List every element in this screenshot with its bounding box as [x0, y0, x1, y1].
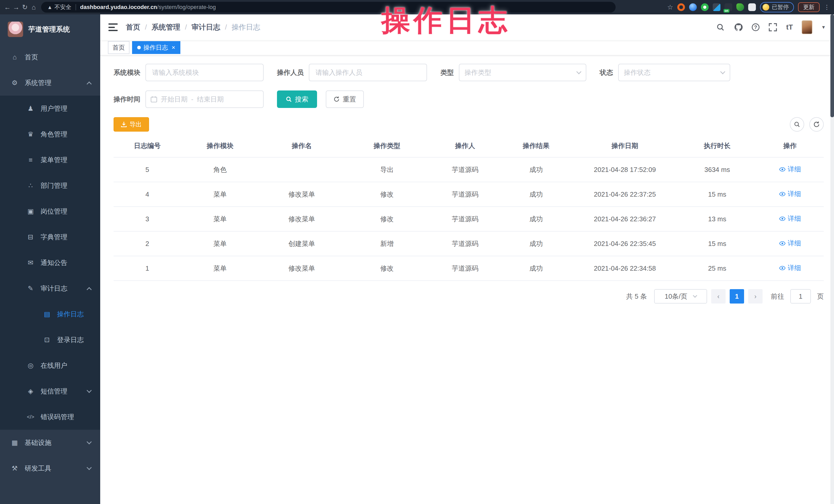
user-avatar[interactable]: [802, 20, 812, 34]
sidebar-item-sms[interactable]: ◈ 短信管理: [0, 378, 100, 404]
extension-icon-blue-pin[interactable]: [689, 3, 697, 11]
shield-icon: ◈: [27, 387, 35, 395]
sidebar-item-dev-tools[interactable]: ⚒ 研发工具: [0, 455, 100, 481]
detail-link[interactable]: 详细: [779, 165, 801, 174]
extension-icon-green-leaf[interactable]: [737, 3, 744, 11]
goto-page-input[interactable]: [790, 289, 811, 304]
refresh-icon: [333, 96, 340, 102]
type-select[interactable]: 操作类型: [459, 64, 586, 81]
megaphone-icon: ✉: [27, 259, 35, 267]
export-button[interactable]: 导出: [114, 117, 149, 132]
end-date-placeholder: 结束日期: [197, 95, 224, 104]
users-icon: ♛: [27, 130, 35, 138]
sidebar-item-dict-management[interactable]: ⊟ 字典管理: [0, 224, 100, 250]
breadcrumb-system[interactable]: 系统管理: [152, 22, 180, 32]
sidebar-item-operate-log[interactable]: ▤ 操作日志: [0, 301, 100, 327]
sidebar-item-user-management[interactable]: ♟ 用户管理: [0, 95, 100, 121]
refresh-icon: [813, 121, 820, 128]
update-button[interactable]: 更新: [798, 2, 819, 12]
browser-menu-icon[interactable]: ⋮: [824, 4, 830, 11]
system-submenu: ♟ 用户管理 ♛ 角色管理 ≡ 菜单管理 ∴ 部门管理 ▣ 岗位管理: [0, 95, 100, 430]
font-size-icon[interactable]: tT: [786, 23, 793, 31]
refresh-button[interactable]: [809, 117, 824, 132]
dictionary-icon: ⊟: [27, 233, 35, 241]
pagination-total: 共 5 条: [626, 292, 647, 301]
close-icon[interactable]: ×: [172, 44, 175, 51]
eye-icon: [779, 191, 786, 197]
url-path: /system/log/operate-log: [157, 4, 216, 10]
sidebar-item-system[interactable]: ⚙ 系统管理: [0, 70, 100, 95]
date-range-picker[interactable]: 开始日期 - 结束日期: [146, 90, 264, 108]
table-row: 3 菜单 修改菜单 修改 芋道源码 成功 2021-04-26 22:36:27…: [114, 206, 824, 231]
sidebar-item-infrastructure[interactable]: ▦ 基础设施: [0, 430, 100, 455]
next-page-button[interactable]: ›: [748, 289, 763, 304]
sidebar-item-home[interactable]: ⌂ 首页: [0, 44, 100, 70]
chevron-down-icon: [87, 439, 92, 444]
sidebar: 芋道管理系统 ⌂ 首页 ⚙ 系统管理 ♟ 用户管理 ♛ 角色管理: [0, 15, 100, 504]
profile-paused-badge[interactable]: 已暂停: [760, 2, 794, 12]
sidebar-item-notice[interactable]: ✉ 通知公告: [0, 250, 100, 276]
sidebar-item-login-log[interactable]: ⊡ 登录日志: [0, 327, 100, 353]
type-label: 类型: [440, 68, 454, 77]
detail-link[interactable]: 详细: [779, 214, 801, 223]
paused-label: 已暂停: [772, 3, 789, 11]
browser-forward-icon[interactable]: →: [12, 3, 21, 11]
sidebar-item-role-management[interactable]: ♛ 角色管理: [0, 121, 100, 147]
module-input[interactable]: [146, 64, 264, 81]
hamburger-icon[interactable]: [108, 23, 118, 31]
browser-back-icon[interactable]: ←: [3, 3, 12, 11]
monitor-icon: ▦: [11, 439, 19, 447]
detail-link[interactable]: 详细: [779, 263, 801, 272]
browser-home-icon[interactable]: ⌂: [29, 3, 38, 11]
operator-input[interactable]: [309, 64, 427, 81]
operator-label: 操作人员: [277, 68, 304, 77]
sidebar-item-error-code[interactable]: </> 错误码管理: [0, 404, 100, 430]
sidebar-item-online-users[interactable]: ◎ 在线用户: [0, 353, 100, 378]
sidebar-item-post-management[interactable]: ▣ 岗位管理: [0, 198, 100, 224]
page-size-select[interactable]: 10条/页: [654, 289, 707, 304]
browser-reload-icon[interactable]: ↻: [21, 3, 29, 11]
online-users-icon: ◎: [27, 361, 35, 370]
search-button[interactable]: 搜索: [277, 90, 317, 108]
sidebar-item-dept-management[interactable]: ∴ 部门管理: [0, 173, 100, 198]
sidebar-item-menu-management[interactable]: ≡ 菜单管理: [0, 147, 100, 173]
extension-icon-puzzle[interactable]: [748, 3, 756, 11]
tag-home[interactable]: 首页: [108, 41, 130, 54]
extension-icon-blue-blocks[interactable]: [713, 3, 720, 11]
reset-button[interactable]: 重置: [326, 90, 364, 108]
screen: ← → ↻ ⌂ ▲ 不安全 dashboard.yudao.iocoder.cn…: [0, 0, 834, 504]
help-icon[interactable]: ?: [752, 23, 760, 31]
scrollbar-thumb[interactable]: [830, 15, 834, 117]
detail-link[interactable]: 详细: [779, 239, 801, 248]
chevron-down-icon: [720, 69, 725, 74]
fullscreen-icon[interactable]: [768, 23, 777, 32]
prev-page-button[interactable]: ‹: [711, 289, 726, 304]
sidebar-item-audit-log[interactable]: ✎ 审计日志: [0, 276, 100, 301]
status-select[interactable]: 操作状态: [618, 64, 730, 81]
pagination: 共 5 条 10条/页 ‹ 1 › 前往 页: [114, 289, 824, 304]
start-date-placeholder: 开始日期: [161, 95, 188, 104]
detail-link[interactable]: 详细: [779, 190, 801, 198]
github-icon[interactable]: [734, 23, 743, 32]
extension-icon-orange-ring[interactable]: [677, 3, 685, 11]
breadcrumb-audit[interactable]: 审计日志: [192, 22, 220, 32]
bookmark-star-icon[interactable]: ☆: [667, 3, 673, 11]
url-host: dashboard.yudao.iocoder.cn: [80, 4, 157, 10]
chevron-up-icon: [87, 287, 92, 292]
tag-operate-log[interactable]: 操作日志 ×: [132, 41, 180, 54]
breadcrumb-home[interactable]: 首页: [126, 22, 140, 32]
extension-icon-dark-list[interactable]: on: [725, 3, 732, 11]
app-title: 芋道管理系统: [28, 25, 70, 34]
col-actions: 操作: [756, 135, 824, 157]
search-icon[interactable]: [716, 23, 725, 32]
toolbox-icon: ⚒: [11, 464, 19, 473]
page-1-button[interactable]: 1: [730, 289, 744, 304]
col-log-id: 日志编号: [114, 135, 181, 157]
table-header-row: 日志编号 操作模块 操作名 操作类型 操作人 操作结果 操作日期 执行时长 操作: [114, 135, 824, 157]
caret-down-icon[interactable]: ▼: [821, 25, 826, 30]
toggle-search-button[interactable]: [790, 117, 804, 132]
address-bar[interactable]: ▲ 不安全 dashboard.yudao.iocoder.cn /system…: [41, 2, 616, 13]
extension-icon-green-v[interactable]: [701, 3, 709, 11]
security-label: 不安全: [54, 3, 71, 11]
gear-icon: ⚙: [11, 79, 19, 87]
